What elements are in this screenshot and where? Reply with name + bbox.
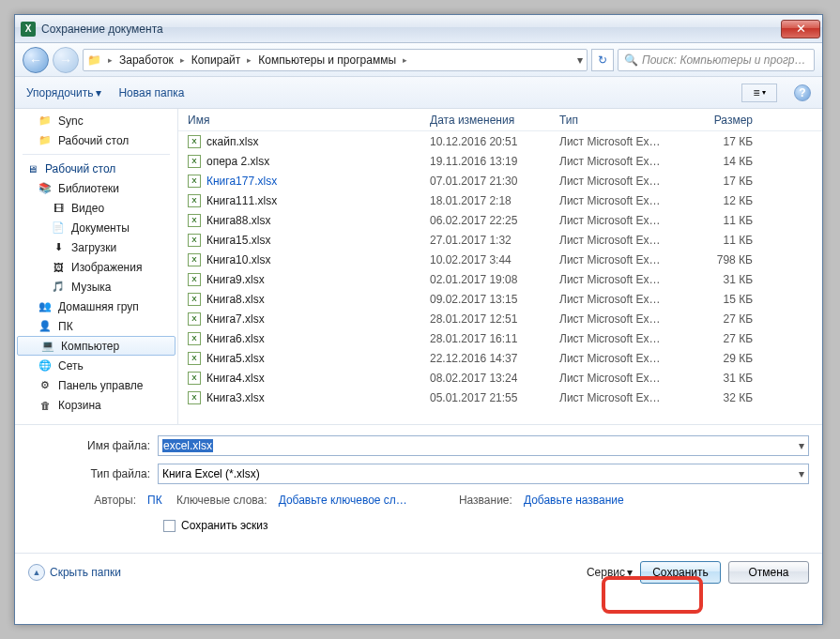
breadcrumb-item[interactable]: Заработок	[115, 52, 177, 68]
back-button[interactable]: ←	[23, 47, 49, 73]
file-name: Книга3.xlsx	[206, 391, 265, 404]
file-row[interactable]: XКнига4.xlsx08.02.2017 13:24Лист Microso…	[178, 368, 822, 388]
file-row[interactable]: XКнига7.xlsx28.01.2017 12:51Лист Microso…	[178, 309, 822, 328]
breadcrumb-item[interactable]: Копирайт	[188, 52, 244, 68]
sidebar-item[interactable]: 📚Библиотеки	[15, 178, 177, 198]
file-list-header[interactable]: Имя Дата изменения Тип Размер	[178, 109, 822, 131]
window-title: Сохранение документа	[41, 23, 163, 36]
file-type: Лист Microsoft Ex…	[559, 234, 696, 247]
file-row[interactable]: XКнига6.xlsx28.01.2017 16:11Лист Microso…	[178, 328, 822, 348]
breadcrumb-drop[interactable]: ▾	[577, 53, 583, 67]
title-value[interactable]: Добавьте название	[524, 494, 624, 507]
xlsx-icon: X	[188, 214, 201, 227]
organize-menu[interactable]: Упорядочить ▾	[26, 86, 101, 99]
file-type: Лист Microsoft Ex…	[559, 135, 696, 148]
thumbnail-row: Сохранить эскиз	[28, 511, 809, 540]
close-button[interactable]: ✕	[781, 20, 820, 38]
forward-button[interactable]: →	[53, 47, 79, 73]
sidebar-item-label: Документы	[71, 221, 130, 235]
authors-label: Авторы:	[84, 494, 136, 507]
sidebar-item[interactable]: 📄Документы	[15, 218, 177, 237]
filetype-select[interactable]: Книга Excel (*.xlsx) ▾	[158, 464, 809, 484]
file-row[interactable]: Xскайп.xlsx10.12.2016 20:51Лист Microsof…	[178, 131, 822, 151]
file-row[interactable]: XКнига15.xlsx27.01.2017 1:32Лист Microso…	[178, 230, 822, 250]
breadcrumb-sep: ▸	[244, 55, 254, 65]
file-row[interactable]: XКнига9.xlsx02.01.2017 19:08Лист Microso…	[178, 269, 822, 289]
file-date: 27.01.2017 1:32	[430, 234, 559, 247]
view-button[interactable]: ≡ ▾	[741, 84, 777, 102]
file-type: Лист Microsoft Ex…	[559, 175, 696, 188]
file-row[interactable]: XКнига88.xlsx06.02.2017 22:25Лист Micros…	[178, 210, 822, 230]
keywords-value[interactable]: Добавьте ключевое сл…	[279, 494, 407, 507]
breadcrumb[interactable]: 📁 ▸ Заработок ▸ Копирайт ▸ Компьютеры и …	[83, 49, 588, 71]
file-row[interactable]: XКнига111.xlsx18.01.2017 2:18Лист Micros…	[178, 190, 822, 210]
help-button[interactable]: ?	[794, 84, 811, 101]
xlsx-icon: X	[188, 312, 201, 326]
sidebar-item[interactable]: 👥Домашняя груп	[15, 297, 177, 316]
save-button[interactable]: Сохранить	[640, 561, 721, 584]
sidebar-item-label: Рабочий стол	[45, 162, 115, 175]
folder-icon: 🌐	[38, 358, 53, 373]
col-date[interactable]: Дата изменения	[430, 114, 559, 127]
sidebar-item[interactable]: 👤ПК	[15, 316, 177, 336]
sidebar-item-label: Загрузки	[71, 241, 116, 254]
file-date: 28.01.2017 16:11	[430, 332, 559, 345]
save-thumbnail-checkbox[interactable]	[163, 520, 176, 532]
refresh-button[interactable]: ↻	[591, 49, 614, 71]
file-row[interactable]: XКнига3.xlsx05.01.2017 21:55Лист Microso…	[178, 388, 822, 407]
file-name: Книга9.xlsx	[206, 273, 265, 286]
new-folder-button[interactable]: Новая папка	[118, 86, 184, 99]
col-size[interactable]: Размер	[696, 114, 771, 127]
file-date: 28.01.2017 12:51	[430, 312, 559, 326]
breadcrumb-sep: ▸	[105, 55, 115, 65]
file-row[interactable]: XКнига177.xlsx07.01.2017 21:30Лист Micro…	[178, 171, 822, 190]
sidebar-item-label: Корзина	[58, 399, 101, 412]
cancel-button[interactable]: Отмена	[728, 561, 809, 584]
col-name[interactable]: Имя	[188, 114, 430, 127]
sidebar-item[interactable]: 🎞Видео	[15, 198, 177, 218]
chevron-down-icon[interactable]: ▾	[799, 467, 804, 480]
file-type: Лист Microsoft Ex…	[559, 214, 696, 227]
file-list: Имя Дата изменения Тип Размер Xскайп.xls…	[178, 109, 822, 424]
authors-value[interactable]: ПК	[147, 494, 162, 507]
sidebar-item[interactable]: 📁Sync	[15, 111, 177, 130]
file-type: Лист Microsoft Ex…	[559, 372, 696, 385]
file-row[interactable]: XКнига8.xlsx09.02.2017 13:15Лист Microso…	[178, 289, 822, 309]
tools-menu[interactable]: Сервис ▾	[587, 566, 633, 579]
sidebar-item[interactable]: 🖥Рабочий стол	[15, 159, 177, 178]
sidebar-item[interactable]: 💻Компьютер	[17, 336, 176, 356]
sidebar-item[interactable]: 🌐Сеть	[15, 356, 177, 375]
sidebar-item[interactable]: ⚙Панель управле	[15, 375, 177, 395]
file-row[interactable]: Xопера 2.xlsx19.11.2016 13:19Лист Micros…	[178, 151, 822, 171]
save-dialog: X Сохранение документа ✕ ← → 📁 ▸ Заработ…	[14, 14, 823, 625]
sidebar-item-label: Музыка	[71, 281, 111, 294]
file-name: Книга10.xlsx	[206, 253, 270, 266]
dialog-body: 📁Sync📁Рабочий стол🖥Рабочий стол📚Библиоте…	[15, 109, 822, 424]
file-size: 11 КБ	[696, 234, 771, 247]
search-input[interactable]: 🔍 Поиск: Компьютеры и прогр…	[618, 49, 815, 71]
file-row[interactable]: XКнига10.xlsx10.02.2017 3:44Лист Microso…	[178, 250, 822, 269]
col-type[interactable]: Тип	[559, 114, 696, 127]
folder-icon: 🎞	[51, 201, 66, 216]
sidebar-item[interactable]: ⬇Загрузки	[15, 237, 177, 257]
filename-label: Имя файла:	[28, 439, 150, 452]
sidebar-item[interactable]: 🖼Изображения	[15, 257, 177, 277]
file-type: Лист Microsoft Ex…	[559, 155, 696, 168]
file-name: Книга4.xlsx	[206, 372, 265, 385]
hide-folders-button[interactable]: ▲ Скрыть папки	[28, 564, 121, 581]
file-type: Лист Microsoft Ex…	[559, 253, 696, 266]
filename-input[interactable]: excel.xlsx ▾	[158, 435, 809, 456]
app-icon: X	[21, 22, 36, 37]
sidebar-item[interactable]: 📁Рабочий стол	[15, 130, 177, 150]
file-row[interactable]: XКнига5.xlsx22.12.2016 14:37Лист Microso…	[178, 348, 822, 368]
file-name: опера 2.xlsx	[206, 155, 269, 168]
file-size: 14 КБ	[696, 155, 771, 168]
sidebar-item[interactable]: 🗑Корзина	[15, 395, 177, 415]
xlsx-icon: X	[188, 175, 201, 188]
breadcrumb-item[interactable]: Компьютеры и программы	[254, 52, 400, 68]
chevron-down-icon[interactable]: ▾	[799, 439, 804, 452]
sidebar-item[interactable]: 🎵Музыка	[15, 277, 177, 297]
chevron-down-icon: ▾	[96, 86, 101, 99]
file-date: 08.02.2017 13:24	[430, 372, 559, 385]
folder-icon: 📁	[38, 133, 53, 148]
